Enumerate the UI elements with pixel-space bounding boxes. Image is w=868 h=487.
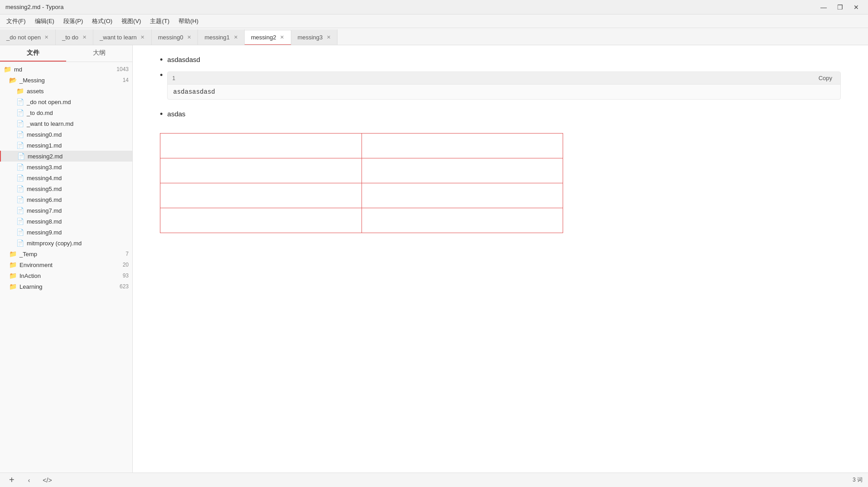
sidebar-item-messing4[interactable]: 📄 messing4.md (0, 172, 132, 183)
sidebar-item-to-do[interactable]: 📄 _to do.md (0, 107, 132, 118)
tab-close-want-to-learn[interactable]: ✕ (140, 34, 146, 40)
table-cell[interactable] (362, 134, 563, 158)
word-count: 3 词 (853, 476, 863, 484)
folder-icon: 📁 (9, 283, 17, 290)
tab-close-to-do[interactable]: ✕ (81, 34, 87, 40)
sidebar-item-messing8[interactable]: 📄 messing8.md (0, 216, 132, 227)
sidebar-item-messing7[interactable]: 📄 messing7.md (0, 205, 132, 216)
sidebar-item-messing[interactable]: 📂 _Messing 14 (0, 75, 132, 86)
tab-close-messing2[interactable]: ✕ (279, 34, 285, 41)
sidebar: 文件 大纲 📁 md 1043 📂 _Messing 14 📁 assets (0, 45, 133, 473)
tab-close-messing0[interactable]: ✕ (186, 34, 192, 40)
file-icon: 📄 (16, 142, 24, 149)
sidebar-item-environment[interactable]: 📁 Environment 20 (0, 259, 132, 270)
file-icon: 📄 (16, 109, 24, 116)
menu-help[interactable]: 帮助(H) (174, 15, 203, 27)
minimize-button[interactable]: — (817, 3, 830, 12)
tab-want-to-learn[interactable]: _want to learn ✕ (93, 29, 152, 45)
bullet-item-1: • asdasdasd (160, 54, 841, 65)
table-cell[interactable] (160, 183, 362, 208)
bottombar: + ‹ </> 3 词 (0, 473, 868, 487)
table-container (160, 133, 841, 233)
sidebar-item-temp[interactable]: 📁 _Temp 7 (0, 248, 132, 259)
menu-paragraph[interactable]: 段落(P) (59, 15, 87, 27)
bullet-item-2: • asdas (160, 109, 841, 119)
table-row (160, 158, 563, 183)
nav-prev-button[interactable]: ‹ (25, 476, 33, 485)
tab-close-messing3[interactable]: ✕ (325, 34, 332, 40)
sidebar-item-messing2[interactable]: 📄 messing2.md (0, 151, 132, 162)
table-row (160, 183, 563, 208)
bullet-dot-3: • (160, 110, 163, 119)
tab-messing3[interactable]: messing3 ✕ (291, 29, 338, 45)
main-layout: 文件 大纲 📁 md 1043 📂 _Messing 14 📁 assets (0, 45, 868, 473)
code-line-number: 1 (172, 75, 175, 81)
table-cell[interactable] (362, 183, 563, 208)
file-icon: 📄 (16, 131, 24, 138)
table-row (160, 208, 563, 233)
sidebar-item-messing0[interactable]: 📄 messing0.md (0, 129, 132, 140)
nav-code-button[interactable]: </> (40, 476, 54, 485)
table-cell[interactable] (160, 208, 362, 233)
tab-to-do[interactable]: _to do ✕ (56, 29, 93, 45)
sidebar-item-do-not-open[interactable]: 📄 _do not open.md (0, 96, 132, 107)
folder-icon: 📁 (16, 87, 24, 95)
table-cell[interactable] (160, 158, 362, 183)
editor-area[interactable]: • asdasdasd • 1 Copy asdasasdasd • asdas (133, 45, 868, 473)
sidebar-item-want-to-learn[interactable]: 📄 _want to learn.md (0, 118, 132, 129)
maximize-button[interactable]: ❐ (834, 3, 846, 12)
code-block: 1 Copy asdasasdasd (167, 72, 841, 100)
bullet-dot-1: • (160, 55, 163, 65)
table-cell[interactable] (160, 134, 362, 158)
table-cell[interactable] (362, 208, 563, 233)
bottombar-right: 3 词 (853, 476, 863, 484)
sidebar-tab-files[interactable]: 文件 (0, 45, 66, 62)
sidebar-item-learning[interactable]: 📁 Learning 623 (0, 281, 132, 292)
sidebar-item-assets[interactable]: 📁 assets (0, 86, 132, 96)
sidebar-item-md[interactable]: 📁 md 1043 (0, 64, 132, 75)
sidebar-tab-outline[interactable]: 大纲 (66, 45, 132, 62)
sidebar-item-messing3[interactable]: 📄 messing3.md (0, 162, 132, 172)
copy-button[interactable]: Copy (815, 74, 836, 82)
folder-icon: 📁 (9, 272, 17, 279)
sidebar-item-mitmproxy[interactable]: 📄 mitmproxy (copy).md (0, 238, 132, 248)
tab-close-do-not-open[interactable]: ✕ (43, 34, 50, 40)
sidebar-item-messing9[interactable]: 📄 messing9.md (0, 227, 132, 238)
file-icon: 📄 (16, 196, 24, 203)
md-table[interactable] (160, 133, 563, 233)
tab-do-not-open[interactable]: _do not open ✕ (0, 29, 56, 45)
sidebar-content: 📁 md 1043 📂 _Messing 14 📁 assets 📄 _do n… (0, 62, 132, 473)
code-content[interactable]: asdasasdasd (168, 85, 840, 99)
code-block-container: 1 Copy asdasasdasd (167, 70, 841, 104)
sidebar-item-messing5[interactable]: 📄 messing5.md (0, 183, 132, 194)
tab-messing0[interactable]: messing0 ✕ (152, 29, 198, 45)
folder-icon: 📁 (9, 261, 17, 268)
file-icon: 📄 (16, 218, 24, 225)
sidebar-item-messing6[interactable]: 📄 messing6.md (0, 194, 132, 205)
tab-messing2[interactable]: messing2 ✕ (245, 30, 291, 45)
file-icon: 📄 (16, 120, 24, 127)
tab-close-messing1[interactable]: ✕ (232, 34, 239, 40)
titlebar: messing2.md - Typora — ❐ ✕ (0, 0, 868, 14)
menu-view[interactable]: 视图(V) (117, 15, 145, 27)
file-icon: 📄 (16, 98, 24, 105)
menu-file[interactable]: 文件(F) (2, 15, 30, 27)
code-block-header: 1 Copy (168, 72, 840, 85)
menu-format[interactable]: 格式(O) (87, 15, 117, 27)
menu-theme[interactable]: 主题(T) (145, 15, 174, 27)
table-row (160, 134, 563, 158)
sidebar-item-messing1[interactable]: 📄 messing1.md (0, 140, 132, 151)
close-button[interactable]: ✕ (850, 3, 863, 12)
sidebar-header: 文件 大纲 (0, 45, 132, 62)
tab-messing1[interactable]: messing1 ✕ (198, 29, 245, 45)
sidebar-item-inaction[interactable]: 📁 InAction 93 (0, 270, 132, 281)
add-button[interactable]: + (5, 475, 18, 485)
file-icon: 📄 (16, 229, 24, 236)
table-cell[interactable] (362, 158, 563, 183)
menu-edit[interactable]: 编辑(E) (30, 15, 59, 27)
window-title: messing2.md - Typora (5, 4, 817, 10)
tabbar: _do not open ✕ _to do ✕ _want to learn ✕… (0, 28, 868, 45)
folder-open-icon: 📂 (9, 76, 17, 84)
bullet-text-2: asdas (167, 109, 185, 119)
bullet-dot-2: • (160, 71, 163, 80)
